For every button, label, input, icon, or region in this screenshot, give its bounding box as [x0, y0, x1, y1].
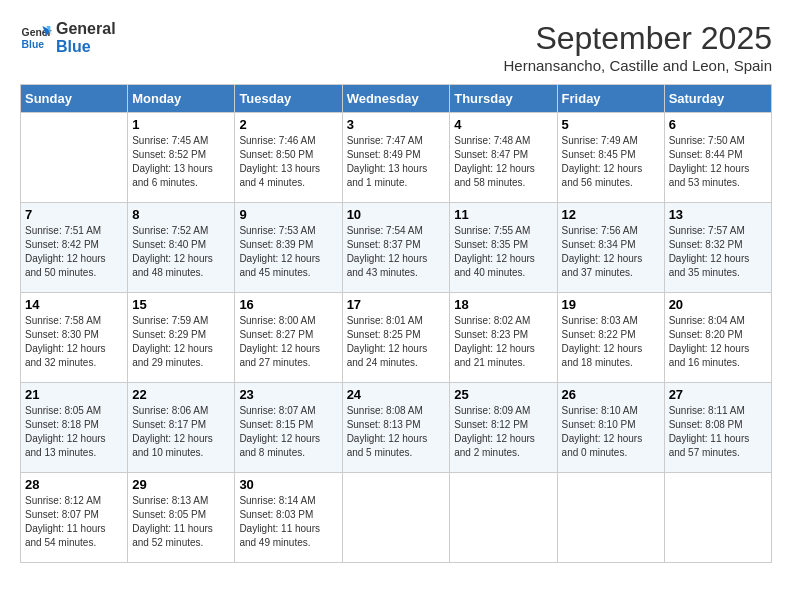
calendar-cell: 14Sunrise: 7:58 AM Sunset: 8:30 PM Dayli… — [21, 293, 128, 383]
day-number: 2 — [239, 117, 337, 132]
calendar-cell: 15Sunrise: 7:59 AM Sunset: 8:29 PM Dayli… — [128, 293, 235, 383]
day-header-friday: Friday — [557, 85, 664, 113]
day-info: Sunrise: 8:09 AM Sunset: 8:12 PM Dayligh… — [454, 404, 552, 460]
calendar-cell: 24Sunrise: 8:08 AM Sunset: 8:13 PM Dayli… — [342, 383, 450, 473]
svg-text:Blue: Blue — [22, 38, 45, 49]
week-row-1: 1Sunrise: 7:45 AM Sunset: 8:52 PM Daylig… — [21, 113, 772, 203]
day-info: Sunrise: 8:05 AM Sunset: 8:18 PM Dayligh… — [25, 404, 123, 460]
logo-icon: General Blue — [20, 22, 52, 54]
calendar-cell: 2Sunrise: 7:46 AM Sunset: 8:50 PM Daylig… — [235, 113, 342, 203]
day-header-saturday: Saturday — [664, 85, 771, 113]
day-info: Sunrise: 7:50 AM Sunset: 8:44 PM Dayligh… — [669, 134, 767, 190]
calendar-cell: 3Sunrise: 7:47 AM Sunset: 8:49 PM Daylig… — [342, 113, 450, 203]
calendar-cell — [664, 473, 771, 563]
month-title: September 2025 — [503, 20, 772, 57]
calendar-cell: 21Sunrise: 8:05 AM Sunset: 8:18 PM Dayli… — [21, 383, 128, 473]
calendar-cell — [557, 473, 664, 563]
calendar-cell: 11Sunrise: 7:55 AM Sunset: 8:35 PM Dayli… — [450, 203, 557, 293]
calendar-cell: 29Sunrise: 8:13 AM Sunset: 8:05 PM Dayli… — [128, 473, 235, 563]
calendar-cell — [21, 113, 128, 203]
week-row-4: 21Sunrise: 8:05 AM Sunset: 8:18 PM Dayli… — [21, 383, 772, 473]
day-number: 24 — [347, 387, 446, 402]
calendar-cell: 7Sunrise: 7:51 AM Sunset: 8:42 PM Daylig… — [21, 203, 128, 293]
calendar-cell: 20Sunrise: 8:04 AM Sunset: 8:20 PM Dayli… — [664, 293, 771, 383]
day-info: Sunrise: 8:07 AM Sunset: 8:15 PM Dayligh… — [239, 404, 337, 460]
calendar-cell: 5Sunrise: 7:49 AM Sunset: 8:45 PM Daylig… — [557, 113, 664, 203]
header-row: SundayMondayTuesdayWednesdayThursdayFrid… — [21, 85, 772, 113]
day-info: Sunrise: 7:52 AM Sunset: 8:40 PM Dayligh… — [132, 224, 230, 280]
day-number: 25 — [454, 387, 552, 402]
day-info: Sunrise: 7:51 AM Sunset: 8:42 PM Dayligh… — [25, 224, 123, 280]
day-header-wednesday: Wednesday — [342, 85, 450, 113]
week-row-3: 14Sunrise: 7:58 AM Sunset: 8:30 PM Dayli… — [21, 293, 772, 383]
calendar-table: SundayMondayTuesdayWednesdayThursdayFrid… — [20, 84, 772, 563]
logo: General Blue General Blue — [20, 20, 116, 55]
day-info: Sunrise: 7:53 AM Sunset: 8:39 PM Dayligh… — [239, 224, 337, 280]
calendar-cell: 23Sunrise: 8:07 AM Sunset: 8:15 PM Dayli… — [235, 383, 342, 473]
day-info: Sunrise: 8:13 AM Sunset: 8:05 PM Dayligh… — [132, 494, 230, 550]
title-area: September 2025 Hernansancho, Castille an… — [503, 20, 772, 74]
calendar-cell: 18Sunrise: 8:02 AM Sunset: 8:23 PM Dayli… — [450, 293, 557, 383]
day-info: Sunrise: 7:48 AM Sunset: 8:47 PM Dayligh… — [454, 134, 552, 190]
calendar-cell: 26Sunrise: 8:10 AM Sunset: 8:10 PM Dayli… — [557, 383, 664, 473]
day-number: 29 — [132, 477, 230, 492]
logo-line2: Blue — [56, 38, 116, 56]
calendar-cell: 16Sunrise: 8:00 AM Sunset: 8:27 PM Dayli… — [235, 293, 342, 383]
day-info: Sunrise: 8:06 AM Sunset: 8:17 PM Dayligh… — [132, 404, 230, 460]
calendar-cell: 10Sunrise: 7:54 AM Sunset: 8:37 PM Dayli… — [342, 203, 450, 293]
day-info: Sunrise: 7:49 AM Sunset: 8:45 PM Dayligh… — [562, 134, 660, 190]
week-row-5: 28Sunrise: 8:12 AM Sunset: 8:07 PM Dayli… — [21, 473, 772, 563]
day-info: Sunrise: 8:12 AM Sunset: 8:07 PM Dayligh… — [25, 494, 123, 550]
day-info: Sunrise: 7:58 AM Sunset: 8:30 PM Dayligh… — [25, 314, 123, 370]
day-number: 22 — [132, 387, 230, 402]
day-number: 26 — [562, 387, 660, 402]
day-info: Sunrise: 7:46 AM Sunset: 8:50 PM Dayligh… — [239, 134, 337, 190]
day-number: 27 — [669, 387, 767, 402]
calendar-cell: 6Sunrise: 7:50 AM Sunset: 8:44 PM Daylig… — [664, 113, 771, 203]
day-number: 10 — [347, 207, 446, 222]
day-number: 16 — [239, 297, 337, 312]
day-info: Sunrise: 8:02 AM Sunset: 8:23 PM Dayligh… — [454, 314, 552, 370]
day-info: Sunrise: 8:04 AM Sunset: 8:20 PM Dayligh… — [669, 314, 767, 370]
day-number: 17 — [347, 297, 446, 312]
day-header-tuesday: Tuesday — [235, 85, 342, 113]
subtitle: Hernansancho, Castille and Leon, Spain — [503, 57, 772, 74]
day-info: Sunrise: 8:01 AM Sunset: 8:25 PM Dayligh… — [347, 314, 446, 370]
day-number: 8 — [132, 207, 230, 222]
day-info: Sunrise: 7:57 AM Sunset: 8:32 PM Dayligh… — [669, 224, 767, 280]
day-info: Sunrise: 7:55 AM Sunset: 8:35 PM Dayligh… — [454, 224, 552, 280]
calendar-cell: 1Sunrise: 7:45 AM Sunset: 8:52 PM Daylig… — [128, 113, 235, 203]
day-info: Sunrise: 8:11 AM Sunset: 8:08 PM Dayligh… — [669, 404, 767, 460]
day-info: Sunrise: 8:10 AM Sunset: 8:10 PM Dayligh… — [562, 404, 660, 460]
day-info: Sunrise: 8:00 AM Sunset: 8:27 PM Dayligh… — [239, 314, 337, 370]
calendar-cell — [342, 473, 450, 563]
calendar-cell: 8Sunrise: 7:52 AM Sunset: 8:40 PM Daylig… — [128, 203, 235, 293]
day-info: Sunrise: 7:45 AM Sunset: 8:52 PM Dayligh… — [132, 134, 230, 190]
day-number: 4 — [454, 117, 552, 132]
calendar-cell: 22Sunrise: 8:06 AM Sunset: 8:17 PM Dayli… — [128, 383, 235, 473]
day-number: 18 — [454, 297, 552, 312]
day-number: 5 — [562, 117, 660, 132]
calendar-cell: 27Sunrise: 8:11 AM Sunset: 8:08 PM Dayli… — [664, 383, 771, 473]
day-number: 3 — [347, 117, 446, 132]
day-header-monday: Monday — [128, 85, 235, 113]
calendar-cell: 30Sunrise: 8:14 AM Sunset: 8:03 PM Dayli… — [235, 473, 342, 563]
week-row-2: 7Sunrise: 7:51 AM Sunset: 8:42 PM Daylig… — [21, 203, 772, 293]
logo-line1: General — [56, 20, 116, 38]
day-header-sunday: Sunday — [21, 85, 128, 113]
calendar-cell: 28Sunrise: 8:12 AM Sunset: 8:07 PM Dayli… — [21, 473, 128, 563]
day-number: 9 — [239, 207, 337, 222]
day-number: 30 — [239, 477, 337, 492]
calendar-cell — [450, 473, 557, 563]
day-number: 6 — [669, 117, 767, 132]
day-header-thursday: Thursday — [450, 85, 557, 113]
day-number: 11 — [454, 207, 552, 222]
day-number: 20 — [669, 297, 767, 312]
calendar-cell: 9Sunrise: 7:53 AM Sunset: 8:39 PM Daylig… — [235, 203, 342, 293]
day-number: 7 — [25, 207, 123, 222]
day-info: Sunrise: 7:56 AM Sunset: 8:34 PM Dayligh… — [562, 224, 660, 280]
day-number: 21 — [25, 387, 123, 402]
day-info: Sunrise: 8:03 AM Sunset: 8:22 PM Dayligh… — [562, 314, 660, 370]
day-number: 12 — [562, 207, 660, 222]
calendar-cell: 25Sunrise: 8:09 AM Sunset: 8:12 PM Dayli… — [450, 383, 557, 473]
